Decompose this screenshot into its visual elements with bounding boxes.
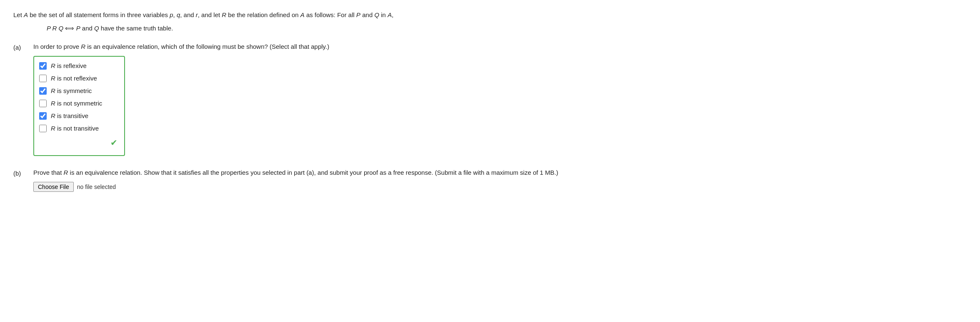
option-not-transitive: R is not transitive	[39, 123, 118, 133]
checkbox-not-transitive[interactable]	[39, 125, 47, 132]
option-not-symmetric: R is not symmetric	[39, 98, 118, 108]
option-reflexive: R is reflexive	[39, 61, 118, 71]
part-b-content: Prove that R is an equivalence relation.…	[33, 168, 967, 192]
part-a-section: (a) In order to prove R is an equivalenc…	[13, 42, 967, 156]
check-icon-row: ✔	[39, 136, 118, 149]
part-a-content: In order to prove R is an equivalence re…	[33, 42, 967, 156]
option-symmetric: R is symmetric	[39, 86, 118, 96]
part-b-section: (b) Prove that R is an equivalence relat…	[13, 168, 967, 192]
checkbox-reflexive[interactable]	[39, 62, 47, 70]
relation-definition: P R Q ⟺ P and Q have the same truth tabl…	[47, 23, 967, 33]
option-not-reflexive: R is not reflexive	[39, 73, 118, 83]
part-a-question: In order to prove R is an equivalence re…	[33, 42, 967, 52]
option-transitive-label: R is transitive	[51, 111, 88, 121]
option-not-transitive-label: R is not transitive	[51, 123, 99, 133]
checkbox-not-symmetric[interactable]	[39, 100, 47, 107]
part-b-question: Prove that R is an equivalence relation.…	[33, 168, 617, 178]
checkbox-symmetric[interactable]	[39, 87, 47, 95]
choose-file-button[interactable]: Choose File	[33, 182, 74, 192]
option-reflexive-label: R is reflexive	[51, 61, 87, 71]
checkbox-not-reflexive[interactable]	[39, 75, 47, 82]
option-not-symmetric-label: R is not symmetric	[51, 98, 102, 108]
option-symmetric-label: R is symmetric	[51, 86, 92, 96]
green-checkmark-icon: ✔	[110, 136, 118, 149]
option-transitive: R is transitive	[39, 111, 118, 121]
no-file-text: no file selected	[77, 182, 116, 191]
file-input-row: Choose File no file selected	[33, 182, 967, 192]
part-a-letter: (a)	[13, 42, 33, 53]
options-box: R is reflexive R is not reflexive R is s…	[33, 56, 125, 156]
checkbox-transitive[interactable]	[39, 112, 47, 120]
intro-text: Let A be the set of all statement forms …	[13, 10, 967, 20]
part-b-letter: (b)	[13, 168, 33, 179]
option-not-reflexive-label: R is not reflexive	[51, 73, 97, 83]
